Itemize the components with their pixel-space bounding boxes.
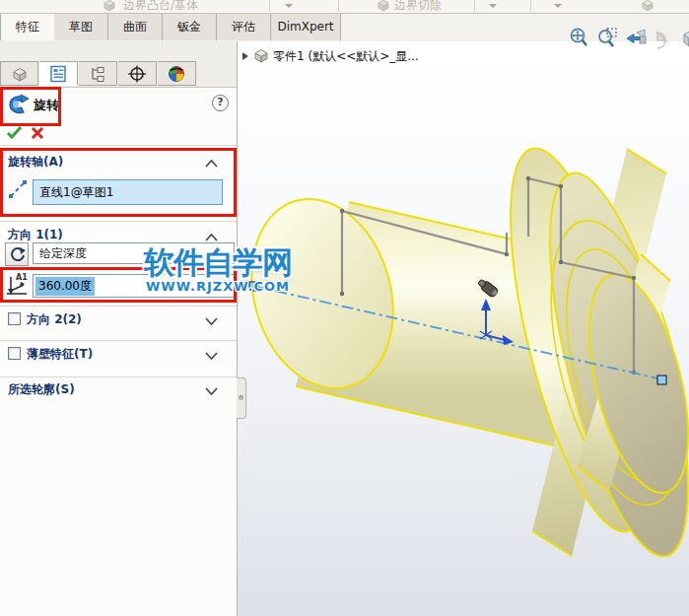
divider [0,376,237,377]
toolbar-partial-icon[interactable] [639,0,656,15]
angle-icon: A1 [4,271,30,300]
part-icon [252,47,269,66]
direction2-checkbox[interactable] [8,312,21,325]
dropdown-caret-icon [220,252,228,256]
command-toolbar-strip: 边界凸台/基体 边界切除 [0,0,689,14]
heads-up-view-toolbar [568,27,689,50]
angle-input-field[interactable]: 360.00度 [33,274,235,298]
tab-dimxpertmanager[interactable] [118,61,157,86]
divider [0,221,237,222]
axis-line-icon [7,178,29,203]
reverse-direction-button[interactable] [5,242,29,266]
tab-surfaces[interactable]: 曲面 [108,14,163,40]
section-view-icon[interactable] [654,27,675,50]
panel-tab-bar [0,41,237,88]
tab-displaymanager[interactable] [158,61,196,86]
thin-feature-section-header[interactable]: 薄壁特征(T) [27,346,93,363]
boundary-boss-icon[interactable] [102,0,117,15]
toolbar-separator [269,0,270,12]
boundary-boss-label[interactable]: 边界凸台/基体 [123,0,198,14]
divider [0,306,237,307]
collapse-chevron-icon[interactable] [205,157,218,171]
expand-chevron-icon[interactable] [205,384,218,398]
tab-evaluate[interactable]: 评估 [217,14,271,40]
expand-chevron-icon[interactable] [205,349,218,363]
displaymanager-icon [167,65,186,83]
panel-title: 旋转 [34,97,59,114]
tree-expand-arrow-icon[interactable] [242,52,248,60]
zoom-fit-icon[interactable] [568,27,589,50]
graphics-area[interactable] [238,41,689,616]
panel-splitter-handle[interactable] [237,377,246,419]
thin-feature-checkbox[interactable] [8,347,21,360]
angle-value-selected: 360.00度 [35,277,95,296]
tab-sheetmetal[interactable]: 钣金 [163,14,217,40]
ok-button[interactable] [6,125,23,143]
previous-view-icon[interactable] [625,27,647,50]
tab-features[interactable]: 特征 [0,14,55,40]
end-condition-value: 给定深度 [39,246,87,260]
axis-endpoint-handle [249,282,258,291]
featuremanager-icon [10,65,30,83]
tab-featuremanager-tree[interactable] [0,61,38,86]
model-3d-view[interactable] [238,41,689,616]
configurationmanager-icon [88,65,107,83]
divider [0,145,237,146]
axis-selection-box[interactable]: 直线1@草图1 [33,179,223,205]
axis-section-header[interactable]: 旋转轴(A) [8,154,63,171]
dropdown-caret-icon[interactable] [489,4,497,8]
cancel-button[interactable] [31,126,44,143]
dimxpertmanager-icon [127,65,147,83]
direction1-section-header[interactable]: 方向 1(1) [8,227,63,243]
solidworks-window: 边界凸台/基体 边界切除 特征 草图 曲面 钣金 评估 DimXpert [0,0,689,616]
dropdown-caret-icon[interactable] [285,4,293,8]
display-style-icon[interactable] [682,27,689,50]
tree-item-label[interactable]: 零件1 (默认<<默认>_显... [273,48,419,65]
tab-configurationmanager[interactable] [79,61,117,86]
property-manager-panel: 旋转 ? 旋转轴(A) 直线1@草图1 方向 1(1) [0,41,238,616]
revolve-feature-icon [6,93,30,119]
toolbar-separator [338,0,339,12]
toolbar-separator [474,0,475,12]
tab-propertymanager[interactable] [39,61,78,86]
tab-sketch[interactable]: 草图 [54,14,108,40]
propertymanager-icon [48,65,68,83]
dropdown-caret-icon[interactable] [554,4,562,8]
direction2-section-header[interactable]: 方向 2(2) [27,311,82,328]
expand-chevron-icon[interactable] [205,314,218,328]
axis-selection-value: 直线1@草图1 [39,185,113,199]
splitter-grip-icon [239,395,243,400]
help-icon[interactable]: ? [212,95,229,111]
reverse-direction-icon [9,246,26,263]
boundary-cut-label[interactable]: 边界切除 [394,0,442,14]
divider [0,340,237,341]
svg-text:A1: A1 [16,273,28,282]
end-condition-dropdown[interactable]: 给定深度 [33,242,235,264]
selected-contours-section-header[interactable]: 所选轮廓(S) [8,381,75,398]
boundary-cut-icon[interactable] [376,0,391,15]
toolbar-separator [530,0,531,12]
axis-endpoint-handle [657,376,666,384]
zoom-area-icon[interactable] [596,27,618,50]
tab-dimxpert[interactable]: DimXpert [271,14,341,40]
feature-tree-header[interactable]: 零件1 (默认<<默认>_显... [242,47,419,65]
